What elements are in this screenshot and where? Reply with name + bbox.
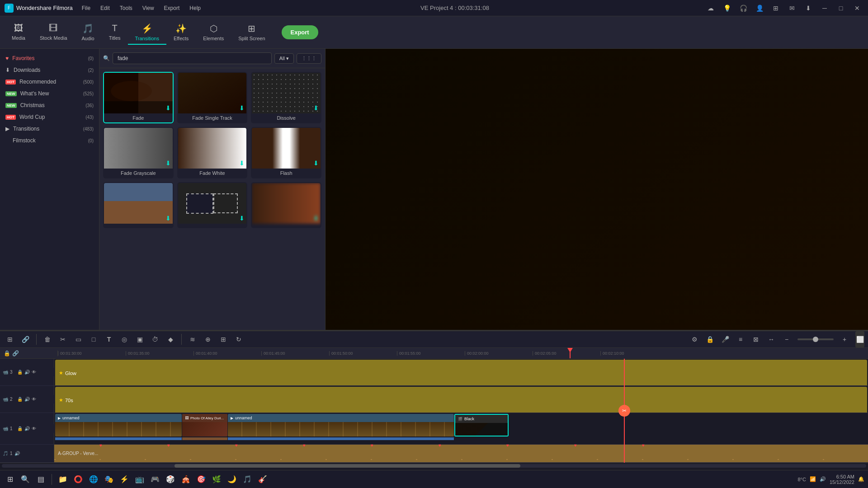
panel-item-recommended[interactable]: HOT Recommended (500): [0, 76, 99, 88]
tab-split-screen[interactable]: ⊞ Split Screen: [231, 20, 272, 45]
tab-stock-media[interactable]: 🎞 Stock Media: [33, 20, 75, 44]
tl-link[interactable]: 🔗: [19, 333, 32, 346]
tl-motion[interactable]: ▣: [133, 333, 146, 346]
minimize-button[interactable]: ─: [818, 2, 831, 14]
chrome-icon[interactable]: 🌐: [87, 473, 100, 486]
tab-titles[interactable]: T Titles: [102, 20, 128, 44]
menu-edit[interactable]: Edit: [96, 0, 114, 16]
volume-taskbar-icon[interactable]: 🔊: [820, 476, 826, 482]
tl-settings[interactable]: ⚙: [688, 333, 701, 346]
export-button[interactable]: Export: [282, 25, 318, 39]
app6-icon[interactable]: ⚡: [118, 473, 131, 486]
menu-export[interactable]: Export: [160, 0, 184, 16]
ruler-lock-icon[interactable]: 🔒: [4, 350, 10, 357]
search-input[interactable]: [113, 52, 272, 64]
search-button[interactable]: 🔍: [19, 473, 32, 486]
app11-icon[interactable]: 🎯: [195, 473, 208, 486]
tl-resize[interactable]: ↔: [765, 333, 778, 346]
tl-delete[interactable]: 🗑: [41, 333, 54, 346]
tl-fullscreen[interactable]: ⬜: [855, 331, 864, 347]
tl-stabilize[interactable]: ⊞: [217, 333, 230, 346]
tl-crop[interactable]: □: [87, 333, 100, 346]
app13-icon[interactable]: 🌙: [226, 473, 238, 486]
track-1-eye-icon[interactable]: 👁: [32, 426, 36, 431]
tl-cut[interactable]: ✂: [57, 333, 69, 346]
track-1-audio-icon[interactable]: 🔊: [24, 426, 30, 431]
tab-media[interactable]: 🖼 Media: [5, 20, 33, 44]
filter-dropdown[interactable]: All ▾: [274, 53, 294, 64]
tl-color[interactable]: ◆: [164, 333, 177, 346]
clip-black[interactable]: 🎬 Black: [454, 414, 509, 436]
more-options-button[interactable]: ⋮⋮⋮: [297, 53, 321, 64]
grid-icon[interactable]: ⊞: [769, 2, 782, 14]
track-3-eye-icon[interactable]: 👁: [32, 370, 36, 375]
tl-mic[interactable]: 🎤: [719, 333, 731, 346]
tl-split[interactable]: ⊠: [750, 333, 762, 346]
app9-icon[interactable]: 🎲: [164, 473, 177, 486]
scroll-track[interactable]: [2, 464, 866, 468]
transition-fade-grayscale[interactable]: ⬇ Fade Grayscale: [103, 127, 174, 178]
transition-fade-white[interactable]: ⬇ Fade White: [177, 127, 248, 178]
app15-icon[interactable]: 🎸: [256, 473, 269, 486]
notification-icon[interactable]: 🔔: [858, 476, 864, 482]
panel-item-transitions[interactable]: ▶ Transitions (483): [0, 123, 99, 135]
close-button[interactable]: ✕: [851, 2, 863, 14]
task-view-button[interactable]: ▤: [34, 473, 47, 486]
scroll-thumb[interactable]: [175, 464, 520, 468]
menu-help[interactable]: Help: [185, 0, 205, 16]
app8-icon[interactable]: 🎮: [149, 473, 161, 486]
tl-mask[interactable]: ◎: [118, 333, 131, 346]
track-2-eye-icon[interactable]: 👁: [32, 397, 36, 402]
opera-icon[interactable]: ⭕: [72, 473, 85, 486]
tl-eq[interactable]: ⊕: [202, 333, 214, 346]
transition-flash[interactable]: ⬇ Flash: [251, 127, 321, 178]
clip-photo[interactable]: 🖼 Photo Of Alley Duri...: [182, 414, 227, 436]
track-1-lock-icon[interactable]: 🔒: [17, 426, 23, 431]
transition-dissolve[interactable]: ⬇ Dissolve: [251, 72, 321, 123]
clip-unnamed-1[interactable]: ▶ unnamed: [55, 414, 182, 436]
timeline[interactable]: 🔒 🔗 00:01:30:00 00:01:35:00 00:01:40:00 …: [0, 348, 868, 470]
bulb-icon[interactable]: 💡: [721, 2, 733, 14]
track-2-audio-icon[interactable]: 🔊: [24, 397, 30, 402]
transition-box[interactable]: ⬇: [177, 182, 248, 228]
app10-icon[interactable]: 🎪: [179, 473, 192, 486]
tab-elements[interactable]: ⬡ Elements: [196, 20, 231, 45]
tl-text[interactable]: T: [103, 333, 115, 346]
clip-70s[interactable]: 70s: [55, 387, 867, 413]
menu-tools[interactable]: Tools: [115, 0, 137, 16]
panel-item-whats-new[interactable]: NEW What's New (525): [0, 88, 99, 99]
tl-lock[interactable]: 🔒: [703, 333, 716, 346]
app14-icon[interactable]: 🎵: [241, 473, 254, 486]
transition-fade-single[interactable]: ⬇ Fade Single Track: [177, 72, 248, 123]
tl-list[interactable]: ≡: [734, 333, 747, 346]
tl-speed[interactable]: ⏱: [149, 333, 161, 346]
transition-blur[interactable]: ⬇: [251, 182, 321, 228]
tab-audio[interactable]: 🎵 Audio: [75, 20, 102, 45]
start-button[interactable]: ⊞: [4, 473, 16, 486]
audio-1-mute[interactable]: 🔊: [14, 451, 20, 456]
track-3-audio-icon[interactable]: 🔊: [24, 370, 30, 375]
panel-item-downloads[interactable]: ⬇ Downloads (2): [0, 64, 99, 76]
app5-icon[interactable]: 🎭: [103, 473, 115, 486]
avatar-icon[interactable]: 👤: [753, 2, 766, 14]
panel-item-christmas[interactable]: NEW Christmas (36): [0, 99, 99, 111]
transition-fade[interactable]: ⬇ Fade: [103, 72, 174, 123]
cloud-icon[interactable]: ☁: [704, 2, 717, 14]
tl-reverse[interactable]: ↻: [232, 333, 245, 346]
timeline-scrollbar[interactable]: [0, 463, 868, 468]
tab-transitions[interactable]: ⚡ Transitions: [128, 20, 166, 45]
tab-effects[interactable]: ✨ Effects: [166, 20, 196, 45]
headphone-icon[interactable]: 🎧: [737, 2, 750, 14]
clip-glow[interactable]: Glow: [55, 360, 867, 385]
ruler-link-icon[interactable]: 🔗: [12, 350, 19, 357]
clip-unnamed-2[interactable]: ▶ unnamed: [228, 414, 454, 436]
panel-item-world-cup[interactable]: HOT World Cup (43): [0, 111, 99, 123]
app7-icon[interactable]: 📺: [133, 473, 146, 486]
menu-file[interactable]: File: [77, 0, 95, 16]
files-icon[interactable]: 📁: [57, 473, 69, 486]
track-3-lock-icon[interactable]: 🔒: [17, 370, 23, 375]
maximize-button[interactable]: □: [835, 2, 847, 14]
transition-landscape[interactable]: ⬇: [103, 182, 174, 228]
tl-zoom-in[interactable]: +: [838, 333, 851, 346]
track-2-lock-icon[interactable]: 🔒: [17, 397, 23, 402]
